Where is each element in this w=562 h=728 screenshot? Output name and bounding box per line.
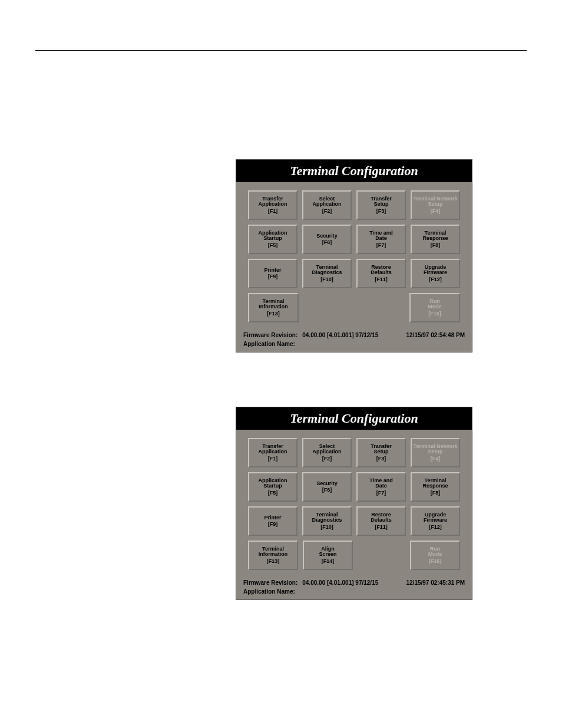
- button-key: [F16]: [428, 311, 441, 317]
- button-label-line2: Application: [313, 202, 342, 207]
- timestamp: 12/15/97 02:54:48 PM: [406, 332, 465, 338]
- button-label-line2: Setup: [428, 449, 442, 454]
- application-startup-button[interactable]: ApplicationStartup[F5]: [248, 472, 297, 502]
- terminal-diagnostics-button[interactable]: TerminalDiagnostics[F10]: [302, 506, 352, 536]
- button-key: [F8]: [431, 243, 441, 248]
- security-button[interactable]: Security[F6]: [302, 472, 352, 502]
- button-label-line2: Startup: [263, 483, 282, 489]
- transfer-application-button[interactable]: TransferApplication[F1]: [248, 190, 297, 220]
- fw-value: 04.00.00 [4.01.001] 97/12/15: [302, 332, 378, 338]
- empty-slot: [356, 293, 405, 320]
- button-label-line1: Security: [316, 481, 338, 486]
- button-key: [F5]: [268, 490, 278, 496]
- button-key: [F1]: [268, 456, 278, 462]
- empty-slot: [358, 541, 405, 568]
- restore-defaults-button[interactable]: RestoreDefaults[F11]: [356, 259, 406, 288]
- button-label-line2: Setup: [373, 449, 388, 454]
- button-key: [F9]: [268, 274, 278, 279]
- button-label-line1: Printer: [264, 268, 281, 273]
- button-key: [F7]: [376, 490, 386, 496]
- terminal-information-button[interactable]: TerminalInformation[F13]: [248, 541, 298, 570]
- terminal-information-button[interactable]: TerminalInformation[F13]: [248, 293, 299, 322]
- button-key: [F3]: [376, 209, 386, 214]
- button-label-line2: Response: [422, 483, 448, 489]
- button-key: [F13]: [267, 559, 280, 564]
- button-label-line2: Startup: [263, 236, 282, 241]
- button-key: [F12]: [429, 525, 442, 530]
- app-name-line: Application Name:: [236, 587, 472, 599]
- app-label: Application Name:: [243, 341, 295, 347]
- button-label-line2: Firmware: [424, 270, 447, 275]
- app-label: Application Name:: [243, 588, 295, 595]
- transfer-setup-button[interactable]: TransferSetup[F3]: [356, 438, 406, 467]
- button-label-line2: Application: [259, 202, 287, 207]
- button-row: TerminalInformation[F13]RunMode[F16]: [248, 293, 460, 322]
- figure-1-wrap: Terminal Configuration TransferApplicati…: [236, 159, 471, 353]
- select-application-button[interactable]: SelectApplication[F2]: [302, 438, 352, 467]
- button-label-line2: Mode: [428, 304, 442, 309]
- app-name-line: Application Name:: [236, 340, 472, 352]
- button-key: [F10]: [320, 277, 333, 282]
- terminal-config-panel-1: Terminal Configuration TransferApplicati…: [236, 159, 472, 353]
- button-row: ApplicationStartup[F5]Security[F6]Time a…: [248, 225, 460, 254]
- security-button[interactable]: Security[F6]: [302, 225, 352, 254]
- terminal-diagnostics-button[interactable]: TerminalDiagnostics[F10]: [302, 259, 352, 288]
- button-key: [F12]: [429, 277, 442, 282]
- button-label-line1: Security: [316, 233, 338, 239]
- time-and-date-button[interactable]: Time andDate[F7]: [356, 225, 406, 254]
- fw-label: Firmware Revision:: [243, 332, 297, 338]
- select-application-button[interactable]: SelectApplication[F2]: [302, 190, 352, 220]
- button-label-line2: Diagnostics: [312, 270, 342, 275]
- button-grid: TransferApplication[F1]SelectApplication…: [236, 182, 472, 331]
- button-label-line2: Date: [375, 236, 387, 241]
- fw-value: 04.00.00 [4.01.001] 97/12/15: [302, 579, 378, 586]
- button-key: [F6]: [322, 487, 332, 493]
- upgrade-firmware-button[interactable]: UpgradeFirmware[F12]: [411, 506, 460, 536]
- button-label-line2: Information: [259, 304, 288, 309]
- button-label-line1: Printer: [264, 515, 281, 521]
- firmware-line: Firmware Revision: 04.00.00 [4.01.001] 9…: [236, 331, 472, 340]
- time-and-date-button[interactable]: Time andDate[F7]: [356, 472, 406, 502]
- application-startup-button[interactable]: ApplicationStartup[F5]: [248, 225, 297, 254]
- panel-title: Terminal Configuration: [236, 407, 472, 430]
- button-key: [F3]: [376, 456, 386, 462]
- firmware-line: Firmware Revision: 04.00.00 [4.01.001] 9…: [236, 578, 472, 587]
- button-key: [F4]: [431, 209, 441, 214]
- terminal-response-button[interactable]: TerminalResponse[F8]: [411, 225, 460, 254]
- upgrade-firmware-button[interactable]: UpgradeFirmware[F12]: [411, 259, 460, 288]
- align-screen-button[interactable]: AlignScreen[F14]: [303, 541, 353, 570]
- restore-defaults-button[interactable]: RestoreDefaults[F11]: [356, 506, 406, 536]
- button-key: [F11]: [375, 525, 388, 530]
- figure-2-wrap: Terminal Configuration TransferApplicati…: [236, 407, 471, 600]
- run-mode-button: RunMode[F16]: [409, 293, 460, 322]
- button-key: [F4]: [431, 456, 441, 462]
- transfer-setup-button[interactable]: TransferSetup[F3]: [356, 190, 406, 220]
- printer-button[interactable]: Printer[F9]: [248, 506, 297, 536]
- button-key: [F10]: [320, 525, 333, 530]
- button-key: [F13]: [267, 311, 280, 317]
- page-divider: [35, 50, 527, 51]
- button-row: ApplicationStartup[F5]Security[F6]Time a…: [248, 472, 460, 502]
- button-row: TerminalInformation[F13]AlignScreen[F14]…: [248, 541, 460, 570]
- button-key: [F16]: [429, 559, 442, 564]
- button-row: TransferApplication[F1]SelectApplication…: [248, 190, 460, 220]
- button-label-line2: Defaults: [371, 270, 392, 275]
- button-key: [F6]: [322, 240, 332, 245]
- button-grid: TransferApplication[F1]SelectApplication…: [236, 430, 472, 578]
- button-label-line2: Date: [375, 483, 387, 489]
- button-label-line2: Information: [259, 552, 288, 557]
- button-key: [F2]: [322, 456, 332, 462]
- printer-button[interactable]: Printer[F9]: [248, 259, 297, 288]
- button-label-line2: Defaults: [371, 518, 392, 523]
- terminal-network-setup-button: Terminal NetworkSetup[F4]: [411, 190, 460, 220]
- button-key: [F1]: [268, 209, 278, 214]
- timestamp: 12/15/97 02:45:31 PM: [406, 579, 465, 586]
- button-label-line2: Application: [259, 449, 287, 454]
- terminal-response-button[interactable]: TerminalResponse[F8]: [411, 472, 460, 502]
- button-row: Printer[F9]TerminalDiagnostics[F10]Resto…: [248, 259, 460, 288]
- transfer-application-button[interactable]: TransferApplication[F1]: [248, 438, 297, 467]
- button-row: Printer[F9]TerminalDiagnostics[F10]Resto…: [248, 506, 460, 536]
- terminal-network-setup-button: Terminal NetworkSetup[F4]: [411, 438, 460, 467]
- button-label-line2: Response: [422, 236, 448, 241]
- button-label-line2: Firmware: [424, 518, 447, 523]
